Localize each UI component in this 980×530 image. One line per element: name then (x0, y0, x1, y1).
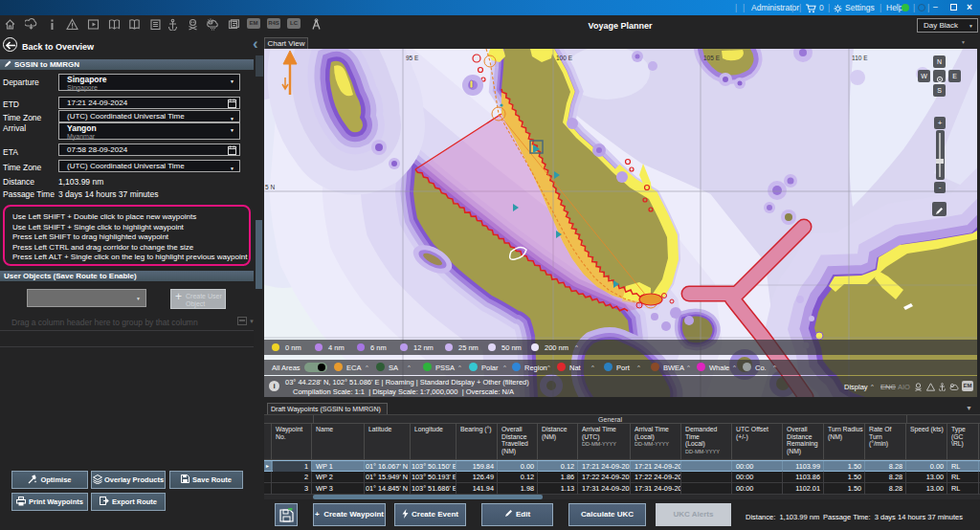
svg-text:105 E: 105 E (703, 55, 721, 61)
svg-text:100 E: 100 E (556, 55, 573, 61)
svg-text:110 E: 110 E (852, 55, 868, 61)
svg-text:5 N: 5 N (265, 184, 275, 190)
svg-text:95 E: 95 E (406, 55, 419, 61)
